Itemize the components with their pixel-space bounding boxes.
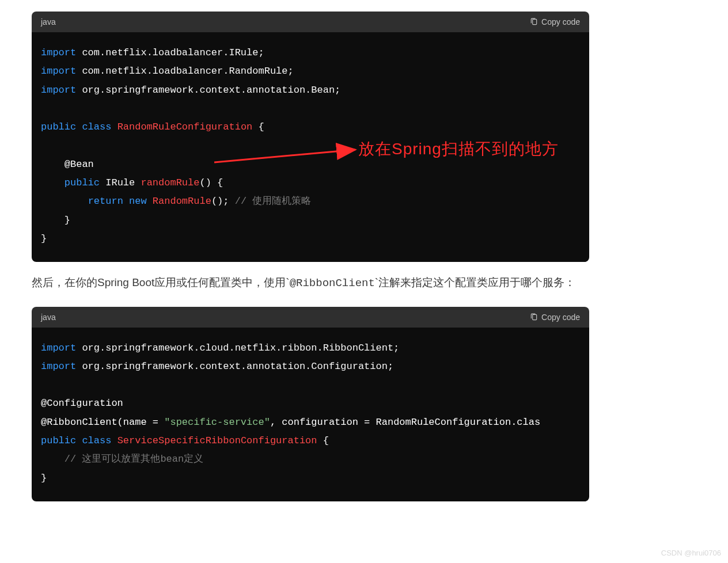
copy-code-button[interactable]: Copy code	[530, 17, 580, 26]
code-header-2: java Copy code	[32, 307, 589, 328]
kw-import: import	[41, 47, 76, 58]
ribbon-annotation: @RibbonClient(name = "specific-service",…	[41, 417, 540, 428]
method-name: randomRule	[141, 177, 199, 188]
kw-import: import	[41, 85, 76, 96]
code-lang-label: java	[41, 17, 56, 26]
copy-code-label: Copy code	[541, 17, 580, 26]
kw-import: import	[41, 361, 76, 372]
kw-import: import	[41, 343, 76, 353]
copy-code-label: Copy code	[541, 313, 580, 322]
code-body-2: import org.springframework.cloud.netflix…	[32, 328, 589, 501]
class-name: RandomRuleConfiguration	[117, 121, 253, 132]
clipboard-icon	[530, 18, 538, 26]
class-name: ServiceSpecificRibbonConfiguration	[117, 435, 317, 446]
comment-text: // 使用随机策略	[235, 196, 312, 207]
clipboard-icon	[530, 313, 538, 321]
kw-new: new	[129, 196, 147, 207]
paragraph-text: 然后，在你的Spring Boot应用或任何配置类中，使用`@RibbonCli…	[32, 273, 589, 292]
config-annotation: @Configuration	[41, 398, 123, 409]
kw-public: public	[65, 177, 100, 188]
document-content: java Copy code import com.netflix.loadba…	[32, 0, 589, 501]
ctor-name: RandomRule	[153, 196, 211, 207]
inline-code: @RibbonClient	[290, 277, 375, 290]
code-block-2: java Copy code import org.springframewor…	[32, 307, 589, 501]
code-header-1: java Copy code	[32, 12, 589, 32]
watermark: CSDN @hrui0706	[661, 549, 721, 557]
svg-rect-1	[533, 314, 537, 319]
code-body-1: import com.netflix.loadbalancer.IRule; i…	[32, 32, 589, 262]
comment-text: // 这里可以放置其他bean定义	[65, 454, 203, 465]
code-lang-label: java	[41, 313, 56, 322]
code-block-1: java Copy code import com.netflix.loadba…	[32, 12, 589, 262]
kw-class: class	[82, 121, 111, 132]
kw-class: class	[82, 435, 111, 446]
kw-public: public	[41, 121, 76, 132]
svg-rect-0	[533, 19, 537, 24]
copy-code-button[interactable]: Copy code	[530, 313, 580, 322]
kw-import: import	[41, 66, 76, 77]
kw-public: public	[41, 435, 76, 446]
kw-return: return	[88, 196, 123, 207]
bean-annotation: @Bean	[65, 159, 94, 170]
